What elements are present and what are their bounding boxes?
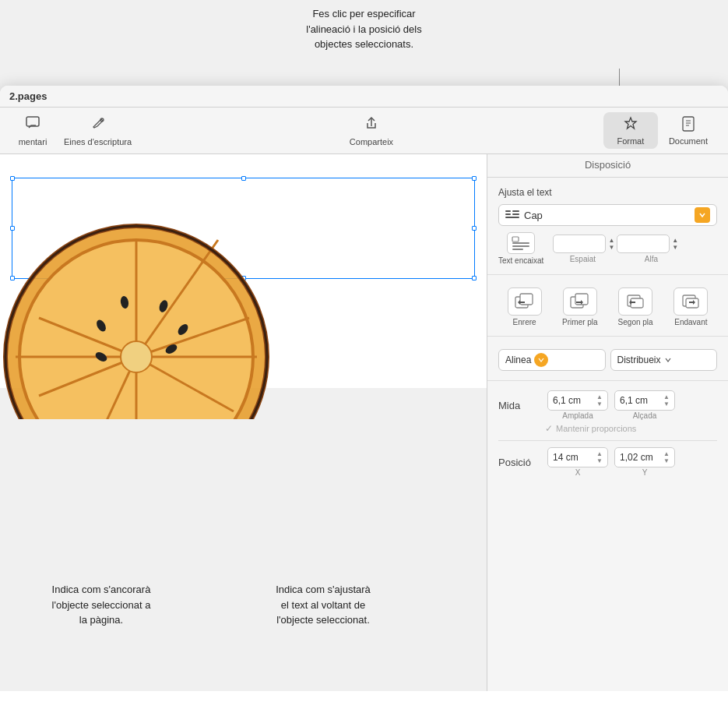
maintain-label: Mantenir proporcions [556,424,636,433]
maintain-ratio: ✓ Mantenir proporcions [545,423,717,434]
enrere-label: Enrere [513,318,536,326]
wrap-none-text: Cap [524,210,543,221]
sidebar: Disposició Ajusta el text Cap [487,154,728,691]
x-label: X [575,468,581,477]
wrap-dropdown-arrow [695,207,710,223]
y-field-group: 1,02 cm ▲ ▼ Y [614,447,675,477]
y-down-arrow[interactable]: ▼ [663,457,670,464]
annotation-area: Indica com s'ancorarà l'objecte seleccio… [0,566,452,691]
height-field[interactable]: 6,1 cm ▲ ▼ [614,390,675,411]
width-field[interactable]: 6,1 cm ▲ ▼ [547,390,608,411]
width-value: 6,1 cm [553,395,581,406]
toolbar: mentari Eines d'escriptura Comparteix [0,108,728,154]
annotation-right-line3: l'objecte seleccionat. [276,614,370,626]
writing-tools-button[interactable]: Eines d'escriptura [56,112,139,150]
handle-bottom-right[interactable] [472,276,477,280]
wrap-text-label: Ajusta el text [498,187,717,198]
main-window: 2.pages mentari Eines d'escriptura [0,86,728,709]
size-section: Mida 6,1 cm ▲ ▼ Amplada 6, [487,381,728,489]
inline-controls: Text encaixat ▲ ▼ [498,232,717,265]
share-button[interactable]: Comparteix [342,112,401,150]
svg-rect-40 [505,210,511,212]
height-up-arrow[interactable]: ▲ [663,393,670,400]
titlebar: 2.pages [0,86,728,108]
handle-top-center[interactable] [241,176,246,181]
format-label: Format [617,136,644,146]
y-value: 1,02 cm [620,452,653,463]
wrap-dropdown-icon [505,210,519,220]
svg-rect-42 [505,213,511,215]
height-field-group: 6,1 cm ▲ ▼ Alçada [614,390,675,420]
annotation-right-line1: Indica com s'ajustarà [276,584,371,595]
tooltip-text: Fes clic per especificar l'alineació i l… [306,6,421,52]
comment-button[interactable]: mentari [9,112,56,150]
document-label: Document [669,136,708,146]
svg-rect-46 [512,242,529,244]
layer-section: Enrere Primer pla [487,275,728,337]
align-dropdown[interactable]: Alinea [498,349,606,371]
position-row: Posició 14 cm ▲ ▼ X 1,02 c [498,447,717,477]
distribute-dropdown[interactable]: Distribueix [610,349,718,371]
toolbar-right: Format Document [603,112,719,149]
svg-rect-45 [512,237,519,242]
svg-rect-0 [26,117,39,126]
align-text: Alinea [505,354,531,365]
position-label: Posició [498,457,541,468]
annotation-right: Indica com s'ajustarà el text al voltant… [187,582,436,628]
primer-pla-button[interactable]: Primer pla [554,287,606,326]
checkmark-icon: ✓ [545,423,553,434]
text-encaixat-btn[interactable]: Text encaixat [498,232,543,265]
svg-rect-2 [683,117,694,131]
width-down-arrow[interactable]: ▼ [596,400,603,407]
align-dropdown-arrow [534,353,548,367]
endavant-button[interactable]: Endavant [665,287,717,326]
x-value: 14 cm [553,452,579,463]
svg-rect-48 [512,249,523,250]
x-field[interactable]: 14 cm ▲ ▼ [547,447,608,467]
tooltip-area: Fes clic per especificar l'alineació i l… [0,0,728,86]
wrap-dropdown[interactable]: Cap [498,204,717,226]
svg-rect-41 [512,210,519,212]
distribute-dropdown-arrow [664,356,672,364]
width-label: Amplada [562,411,593,420]
comment-label: mentari [19,137,47,146]
sidebar-section-title: Disposició [487,154,728,178]
svg-rect-47 [512,245,529,247]
height-down-arrow[interactable]: ▼ [663,400,670,407]
primer-pla-label: Primer pla [562,318,598,326]
x-down-arrow[interactable]: ▼ [596,457,603,464]
annotation-left-line3: la pàgina. [79,614,123,626]
y-field[interactable]: 1,02 cm ▲ ▼ [614,447,675,467]
wrap-dropdown-content: Cap [505,210,543,221]
svg-rect-43 [512,213,519,215]
segon-pla-button[interactable]: Segon pla [610,287,662,326]
share-label: Comparteix [350,137,393,146]
section-divider [498,440,717,441]
endavant-icon [673,287,708,316]
orange-illustration [0,201,273,419]
align-row: Alinea Distribueix [498,349,717,371]
width-up-arrow[interactable]: ▲ [596,393,603,400]
handle-top-left[interactable] [10,176,15,181]
enrere-icon [508,287,542,316]
content-area: 7 8 [0,154,728,691]
x-up-arrow[interactable]: ▲ [596,450,603,457]
annotation-left-line1: Indica com s'ancorarà [52,584,151,595]
layer-buttons: Enrere Primer pla [498,287,717,326]
endavant-label: Endavant [674,318,707,326]
writing-tools-icon [90,115,106,135]
espaiat-stepper[interactable]: ▲ ▼ [608,237,614,251]
espaiat-input[interactable] [553,235,606,253]
alfa-field-label: Alfa [624,255,677,263]
height-label: Alçada [633,411,657,420]
alfa-input[interactable] [617,235,670,253]
y-up-arrow[interactable]: ▲ [663,450,670,457]
handle-top-right[interactable] [472,176,477,181]
alfa-stepper[interactable]: ▲ ▼ [672,237,678,251]
format-button[interactable]: Format [603,112,658,149]
page-content: Indica com s'ancorarà l'objecte seleccio… [0,154,487,691]
document-button[interactable]: Document [658,112,719,149]
handle-right-middle[interactable] [472,226,477,231]
enrere-button[interactable]: Enrere [498,287,550,326]
segon-pla-icon [618,287,652,316]
